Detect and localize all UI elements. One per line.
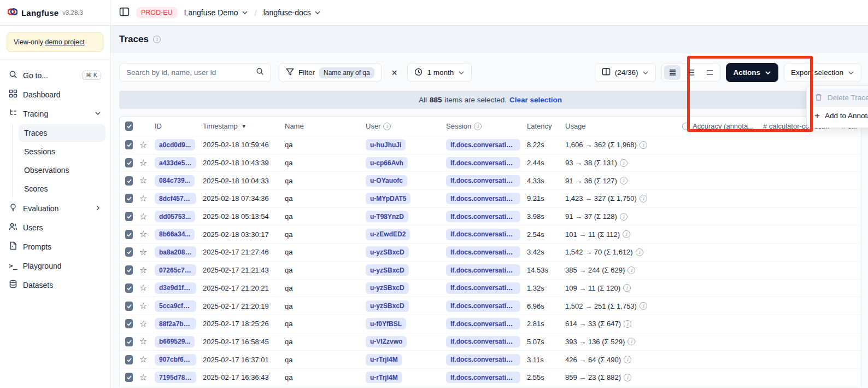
row-height-small-icon[interactable]	[664, 65, 681, 80]
project-breadcrumb[interactable]: langfuse-docs	[263, 8, 321, 17]
sidebar-item-evaluation[interactable]: Evaluation	[4, 199, 105, 218]
export-selection-button[interactable]: Export selection	[784, 63, 861, 82]
trace-id-badge[interactable]: a433de51...	[155, 157, 196, 169]
column-header-session[interactable]: Sessioni	[443, 122, 524, 130]
star-icon[interactable]: ☆	[139, 266, 147, 275]
star-icon[interactable]: ☆	[139, 248, 147, 257]
row-checkbox[interactable]	[125, 302, 133, 311]
star-icon[interactable]: ☆	[139, 337, 147, 346]
user-badge[interactable]: u-rTrjI4M	[366, 354, 402, 366]
row-checkbox[interactable]	[125, 140, 133, 149]
session-badge[interactable]: lf.docs.conversation...	[446, 336, 520, 348]
column-header-usage[interactable]: Usage	[562, 122, 679, 130]
clear-selection-link[interactable]: Clear selection	[509, 96, 562, 104]
row-checkbox[interactable]	[125, 283, 133, 293]
column-header-timestamp[interactable]: Timestamp▼	[200, 122, 281, 130]
column-header-user[interactable]: Useri	[362, 122, 443, 130]
session-badge[interactable]: lf.docs.conversation...	[446, 354, 520, 366]
star-icon[interactable]: ☆	[139, 212, 147, 221]
star-icon[interactable]: ☆	[139, 194, 147, 203]
column-header-latency[interactable]: Latency	[524, 122, 562, 130]
trace-id-badge[interactable]: 8b66a34...	[155, 229, 195, 240]
user-badge[interactable]: u-rTrjI4M	[366, 372, 402, 383]
session-badge[interactable]: lf.docs.conversation...	[446, 372, 520, 383]
sidebar-item-observations[interactable]: Observations	[19, 161, 105, 179]
org-breadcrumb[interactable]: Langfuse Demo	[184, 8, 248, 17]
star-icon[interactable]: ☆	[139, 302, 147, 310]
row-checkbox[interactable]	[125, 176, 133, 186]
session-badge[interactable]: lf.docs.conversation...	[446, 300, 520, 312]
session-badge[interactable]: lf.docs.conversation...	[446, 211, 520, 222]
user-badge[interactable]: u-yzSBxcD	[366, 264, 409, 276]
table-row[interactable]: ☆ 084c739... 2025-02-18 10:04:33 qa u-OY…	[120, 171, 861, 189]
sidebar-item-goto[interactable]: Go to... ⌘ K	[4, 66, 105, 85]
trace-id-badge[interactable]: b669529...	[155, 336, 195, 348]
sidebar-item-dashboard[interactable]: Dashboard	[4, 85, 105, 104]
user-badge[interactable]: u-zEwdED2	[366, 229, 410, 240]
demo-project-link[interactable]: demo project	[45, 38, 84, 46]
row-checkbox[interactable]	[125, 337, 133, 346]
clear-filter-icon[interactable]: ✕	[389, 66, 400, 79]
table-row[interactable]: ☆ 88f2a7b0... 2025-02-17 18:25:26 qa u-f…	[120, 315, 861, 333]
table-row[interactable]: ☆ 8dcf4574... 2025-02-18 07:34:36 qa u-M…	[120, 189, 861, 207]
columns-button[interactable]: (24/36)	[595, 63, 656, 82]
row-checkbox[interactable]	[125, 212, 133, 221]
trace-id-badge[interactable]: ba8a208f...	[155, 246, 196, 258]
table-row[interactable]: ☆ b669529... 2025-02-17 16:58:45 qa u-VI…	[120, 333, 861, 351]
star-icon[interactable]: ☆	[139, 159, 147, 167]
trace-id-badge[interactable]: dd05753...	[155, 211, 195, 222]
row-checkbox[interactable]	[125, 194, 133, 203]
star-icon[interactable]: ☆	[139, 355, 147, 364]
table-row[interactable]: ☆ dd05753... 2025-02-18 05:13:54 qa u-T9…	[120, 207, 861, 225]
column-header-name[interactable]: Name	[281, 122, 362, 130]
time-range-button[interactable]: 1 month	[407, 63, 472, 82]
trace-id-badge[interactable]: 907cbf6e...	[155, 354, 196, 366]
actions-button[interactable]: Actions	[726, 63, 778, 82]
sidebar-item-traces[interactable]: Traces	[19, 124, 105, 142]
menu-item-add-to-annotation-queue[interactable]: + Add to Annotation Queue	[810, 107, 868, 125]
session-badge[interactable]: lf.docs.conversation...	[446, 264, 520, 276]
table-row[interactable]: ☆ 5cca9cf2... 2025-02-17 21:20:19 qa u-y…	[120, 297, 861, 315]
star-icon[interactable]: ☆	[139, 176, 147, 185]
session-badge[interactable]: lf.docs.conversation...	[446, 193, 520, 204]
session-badge[interactable]: lf.docs.conversation...	[446, 318, 520, 329]
filter-button[interactable]: Filter Name any of qa	[279, 63, 382, 82]
row-checkbox[interactable]	[125, 158, 133, 167]
table-row[interactable]: ☆ ba8a208f... 2025-02-17 21:27:46 qa u-y…	[120, 243, 861, 261]
column-header-accuracy[interactable]: ◦Accuracy (annota...	[679, 122, 760, 130]
trace-id-badge[interactable]: 7195d78e...	[155, 372, 196, 383]
select-all-checkbox[interactable]	[125, 121, 133, 131]
row-checkbox[interactable]	[125, 265, 133, 275]
user-badge[interactable]: u-VIZzvwo	[366, 336, 407, 348]
star-icon[interactable]: ☆	[139, 230, 147, 239]
user-badge[interactable]: u-yzSBxcD	[366, 300, 409, 312]
star-icon[interactable]: ☆	[139, 141, 147, 149]
user-badge[interactable]: u-yzSBxcD	[366, 282, 409, 294]
star-icon[interactable]: ☆	[139, 320, 147, 328]
table-row[interactable]: ☆ 907cbf6e... 2025-02-17 16:37:01 qa u-r…	[120, 350, 861, 368]
row-checkbox[interactable]	[125, 319, 133, 328]
user-badge[interactable]: u-MYpDAT5	[366, 193, 410, 204]
table-row[interactable]: ☆ 7195d78e... 2025-02-17 16:36:43 qa u-r…	[120, 368, 861, 386]
table-row[interactable]: ☆ 07265c7a... 2025-02-17 21:21:43 qa u-y…	[120, 261, 861, 279]
column-header-id[interactable]: ID	[151, 122, 200, 130]
table-row[interactable]: ☆ 8b66a34... 2025-02-18 03:30:17 qa u-zE…	[120, 225, 861, 243]
session-badge[interactable]: lf.docs.conversation...	[446, 175, 520, 187]
row-checkbox[interactable]	[125, 373, 133, 382]
trace-id-badge[interactable]: a0cd0d9...	[155, 139, 195, 150]
sidebar-item-users[interactable]: Users	[4, 218, 105, 237]
trace-id-badge[interactable]: 8dcf4574...	[155, 193, 196, 204]
table-row[interactable]: ☆ a0cd0d9... 2025-02-18 10:59:46 qa u-hu…	[120, 136, 861, 154]
sidebar-item-playground[interactable]: >_ Playground	[4, 256, 105, 275]
session-badge[interactable]: lf.docs.conversation...	[446, 282, 520, 294]
row-height-medium-icon[interactable]	[683, 65, 699, 80]
trace-id-badge[interactable]: 88f2a7b0...	[155, 318, 196, 329]
search-icon[interactable]	[256, 67, 264, 78]
trace-id-badge[interactable]: 07265c7a...	[155, 264, 196, 276]
session-badge[interactable]: lf.docs.conversation...	[446, 229, 520, 240]
session-badge[interactable]: lf.docs.conversation...	[446, 139, 520, 150]
trace-id-badge[interactable]: d3e9d1f2...	[155, 282, 196, 294]
star-icon[interactable]: ☆	[139, 283, 147, 292]
session-badge[interactable]: lf.docs.conversation...	[446, 246, 520, 258]
table-row[interactable]: ☆ d3e9d1f2... 2025-02-17 21:20:21 qa u-y…	[120, 279, 861, 297]
